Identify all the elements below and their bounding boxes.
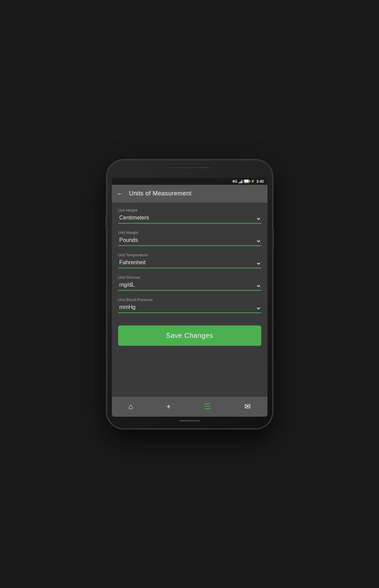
nav-menu[interactable]: ☰ [200,401,215,413]
field-glucose-label: Unit Glucose [118,275,261,279]
nav-mail[interactable]: ✉ [240,401,255,413]
nav-add[interactable]: + [162,401,175,413]
phone-screen: 4G ⚡ 3:42 ← Units of Measurement [112,178,267,417]
field-temperature-select[interactable]: Fahrenheit Celsius [118,259,261,268]
add-icon: + [166,402,171,411]
field-height-label: Unit Height [118,208,261,212]
field-blood-pressure: Unit Blood Pressure mmHg kPa [118,298,261,313]
field-glucose-select[interactable]: mg/dL mmol/L [118,281,261,291]
field-blood-pressure-select[interactable]: mmHg kPa [118,304,261,313]
back-button[interactable]: ← [117,190,124,197]
nav-home[interactable]: ⌂ [124,401,137,413]
page-title: Units of Measurement [129,190,192,197]
field-blood-pressure-label: Unit Blood Pressure [118,298,261,302]
field-weight-select[interactable]: Pounds Kilograms [118,237,261,246]
status-bar: 4G ⚡ 3:42 [112,178,267,185]
bottom-nav: ⌂ + ☰ ✉ [112,397,267,417]
field-weight: Unit Weight Pounds Kilograms [118,231,261,246]
save-changes-button[interactable]: Save Changes [118,325,261,346]
field-height: Unit Height Centimeters Feet/Inches [118,208,261,224]
charging-icon: ⚡ [251,179,255,183]
power-button [272,229,274,249]
menu-icon: ☰ [204,402,211,411]
field-height-select[interactable]: Centimeters Feet/Inches [118,214,261,224]
home-indicator [179,420,200,421]
volume-button [105,215,107,229]
signal-icon [239,179,242,183]
front-camera [188,172,191,175]
field-temperature: Unit Temperature Fahrenheit Celsius [118,253,261,268]
battery-fill [244,180,249,182]
status-icons: 4G ⚡ 3:42 [232,179,264,183]
content-area: Unit Height Centimeters Feet/Inches Unit… [112,203,267,397]
battery-icon [244,180,249,183]
phone-device: 4G ⚡ 3:42 ← Units of Measurement [107,160,272,428]
clock: 3:42 [256,179,264,183]
network-label: 4G [232,179,238,183]
phone-speaker [169,166,210,168]
field-temperature-label: Unit Temperature [118,253,261,257]
field-glucose: Unit Glucose mg/dL mmol/L [118,275,261,291]
phone-top-bar [112,172,267,175]
app-bar: ← Units of Measurement [112,185,267,203]
phone-bottom [112,420,267,421]
mail-icon: ✉ [244,402,251,411]
home-icon: ⌂ [128,402,133,411]
field-weight-label: Unit Weight [118,231,261,235]
